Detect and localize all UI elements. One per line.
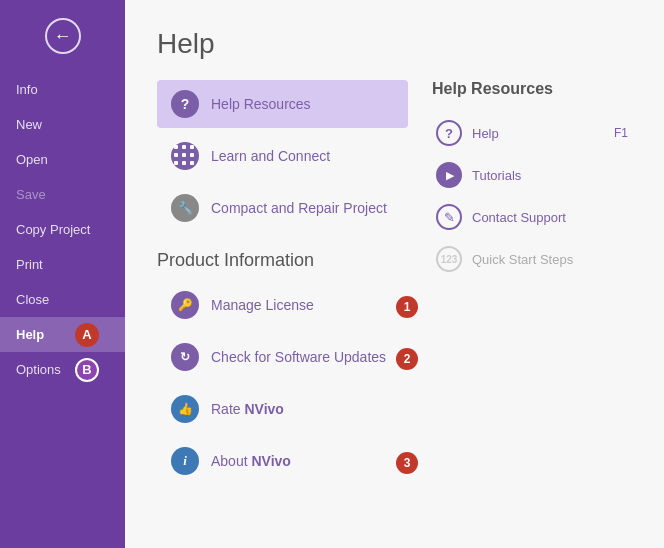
play-icon: ▶ xyxy=(436,162,462,188)
sidebar-item-new[interactable]: New xyxy=(0,107,125,142)
contact-icon: ✎ xyxy=(436,204,462,230)
badge-b: B xyxy=(75,358,99,382)
learn-connect-item[interactable]: Learn and Connect xyxy=(157,132,408,180)
compact-repair-item[interactable]: 🔧 Compact and Repair Project xyxy=(157,184,408,232)
sidebar-item-options[interactable]: Options B xyxy=(0,352,125,387)
right-quickstart-item: 123 Quick Start Steps xyxy=(432,238,632,280)
check-updates-wrapper: ↻ Check for Software Updates 2 xyxy=(157,333,408,385)
sidebar-item-print[interactable]: Print xyxy=(0,247,125,282)
page-title: Help xyxy=(157,28,632,60)
rate-nvivo-item[interactable]: 👍 Rate NVivo xyxy=(157,385,408,433)
key-icon: 🔑 xyxy=(171,291,199,319)
check-updates-item[interactable]: ↻ Check for Software Updates xyxy=(157,333,408,381)
number-badge-1: 1 xyxy=(396,296,418,318)
back-button[interactable]: ← xyxy=(0,0,125,72)
thumb-icon: 👍 xyxy=(171,395,199,423)
grid-dots xyxy=(174,145,196,167)
right-help-item[interactable]: ? Help F1 xyxy=(432,112,632,154)
right-help-icon: ? xyxy=(436,120,462,146)
help-resources-item[interactable]: ? Help Resources xyxy=(157,80,408,128)
sidebar-item-save: Save xyxy=(0,177,125,212)
about-nvivo-item[interactable]: i About NVivo xyxy=(157,437,408,485)
badge-a: A xyxy=(75,323,99,347)
right-panel-title: Help Resources xyxy=(432,80,632,98)
grid-icon xyxy=(171,142,199,170)
about-nvivo-label: About NVivo xyxy=(211,453,291,469)
info-icon: i xyxy=(171,447,199,475)
back-circle-icon: ← xyxy=(45,18,81,54)
wrench-icon: 🔧 xyxy=(171,194,199,222)
manage-license-item[interactable]: 🔑 Manage License xyxy=(157,281,408,329)
right-contact-item[interactable]: ✎ Contact Support xyxy=(432,196,632,238)
sidebar-item-help[interactable]: Help A xyxy=(0,317,125,352)
sidebar-item-info[interactable]: Info xyxy=(0,72,125,107)
sidebar-item-copy-project[interactable]: Copy Project xyxy=(0,212,125,247)
rate-nvivo-wrapper: 👍 Rate NVivo xyxy=(157,385,408,437)
help-shortcut: F1 xyxy=(614,126,628,140)
question-icon: ? xyxy=(171,90,199,118)
product-information-title: Product Information xyxy=(157,250,408,271)
refresh-icon: ↻ xyxy=(171,343,199,371)
manage-license-wrapper: 🔑 Manage License 1 xyxy=(157,281,408,333)
left-panel: ? Help Resources Learn and Connect 🔧 Com… xyxy=(157,80,432,528)
about-nvivo-wrapper: i About NVivo 3 xyxy=(157,437,408,489)
main-content: Help ? Help Resources Learn and Connect xyxy=(125,0,664,548)
sidebar-item-open[interactable]: Open xyxy=(0,142,125,177)
rate-nvivo-label: Rate NVivo xyxy=(211,401,284,417)
content-body: ? Help Resources Learn and Connect 🔧 Com… xyxy=(157,80,632,528)
right-panel: Help Resources ? Help F1 ▶ Tutorials ✎ C… xyxy=(432,80,632,528)
sidebar-item-close[interactable]: Close xyxy=(0,282,125,317)
number-badge-3: 3 xyxy=(396,452,418,474)
number-badge-2: 2 xyxy=(396,348,418,370)
sidebar: ← Info New Open Save Copy Project Print … xyxy=(0,0,125,548)
quickstart-icon: 123 xyxy=(436,246,462,272)
right-tutorials-item[interactable]: ▶ Tutorials xyxy=(432,154,632,196)
